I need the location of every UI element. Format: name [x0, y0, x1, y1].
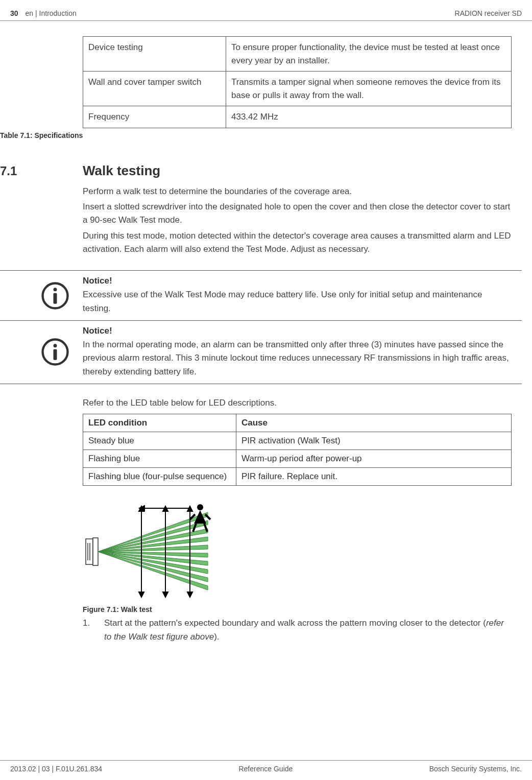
page-number: 30: [10, 9, 18, 17]
svg-rect-5: [54, 349, 57, 360]
section-number: 7.1: [0, 164, 83, 178]
notice-title: Notice!: [83, 276, 512, 286]
walk-test-figure: [83, 503, 226, 600]
info-icon: [41, 338, 69, 366]
table-row: Flashing blue Warm-up period after power…: [83, 450, 512, 468]
notice-text: Notice! Excessive use of the Walk Test M…: [83, 276, 512, 315]
svg-rect-7: [93, 538, 98, 565]
figure-caption: Figure 7.1: Walk test: [83, 605, 512, 613]
section-header-row: 7.1 Walk testing: [0, 163, 522, 179]
notice-body: In the normal operating mode, an alarm c…: [83, 338, 512, 379]
led-table: LED condition Cause Steady blue PIR acti…: [83, 414, 512, 486]
svg-marker-21: [139, 592, 144, 597]
led-cause: PIR activation (Walk Test): [236, 432, 512, 450]
numbered-step: 1. Start at the pattern's expected bound…: [83, 617, 512, 644]
footer-left: 2013.02 | 03 | F.01U.261.834: [10, 765, 102, 773]
table-caption: Table 7.1: Specifications: [0, 131, 522, 139]
header-left: 30 en | Introduction: [10, 9, 77, 17]
spec-label: Frequency: [83, 106, 226, 128]
footer-right: Bosch Security Systems, Inc.: [429, 765, 522, 773]
table-row: Frequency 433.42 MHz: [83, 106, 512, 128]
led-cause: Warm-up period after power-up: [236, 450, 512, 468]
breadcrumb: en | Introduction: [26, 9, 77, 17]
body-paragraph: Insert a slotted screwdriver into the de…: [83, 200, 512, 227]
spec-label: Wall and cover tamper switch: [83, 72, 226, 106]
table-row: Steady blue PIR activation (Walk Test): [83, 432, 512, 450]
step-text-part: ).: [214, 632, 219, 642]
notice-body: Excessive use of the Walk Test Mode may …: [83, 288, 512, 315]
figure-wrap: Figure 7.1: Walk test 1. Start at the pa…: [83, 503, 512, 644]
page-footer: 2013.02 | 03 | F.01U.261.834 Reference G…: [0, 760, 532, 773]
spec-value: To ensure proper functionality, the devi…: [226, 37, 512, 72]
page-header: 30 en | Introduction RADION receiver SD: [0, 0, 532, 21]
svg-rect-2: [54, 293, 57, 303]
body-paragraph: Perform a walk test to determine the bou…: [83, 185, 512, 198]
led-condition: Steady blue: [83, 432, 236, 450]
svg-point-1: [54, 288, 57, 291]
specifications-table: Device testing To ensure proper function…: [83, 36, 512, 128]
led-cause: PIR failure. Replace unit.: [236, 468, 512, 486]
svg-marker-24: [163, 592, 168, 597]
svg-point-4: [54, 344, 57, 348]
footer-center: Reference Guide: [238, 765, 293, 773]
page-content: Device testing To ensure proper function…: [0, 36, 532, 644]
notice-block: Notice! In the normal operating mode, an…: [0, 321, 522, 384]
table-row: Device testing To ensure proper function…: [83, 37, 512, 72]
led-header-condition: LED condition: [83, 414, 236, 432]
svg-point-31: [197, 504, 203, 510]
led-intro-text: Refer to the LED table below for LED des…: [83, 396, 512, 410]
spec-value: 433.42 MHz: [226, 106, 512, 128]
table-header-row: LED condition Cause: [83, 414, 512, 432]
body-paragraph: During this test mode, motion detected w…: [83, 229, 512, 256]
notice-title: Notice!: [83, 326, 512, 336]
led-condition: Flashing blue (four-pulse sequence): [83, 468, 236, 486]
table-row: Flashing blue (four-pulse sequence) PIR …: [83, 468, 512, 486]
step-text-part: Start at the pattern's expected boundary…: [104, 618, 486, 628]
notice-text: Notice! In the normal operating mode, an…: [83, 326, 512, 379]
led-condition: Flashing blue: [83, 450, 236, 468]
led-header-cause: Cause: [236, 414, 512, 432]
section-title: Walk testing: [83, 163, 160, 179]
svg-rect-6: [86, 539, 93, 564]
notice-block: Notice! Excessive use of the Walk Test M…: [0, 270, 522, 321]
info-icon: [41, 281, 69, 310]
spec-value: Transmits a tamper signal when someone r…: [226, 72, 512, 106]
step-text: Start at the pattern's expected boundary…: [104, 617, 512, 644]
spec-label: Device testing: [83, 37, 226, 72]
svg-marker-27: [187, 592, 192, 597]
table-row: Wall and cover tamper switch Transmits a…: [83, 72, 512, 106]
step-number: 1.: [83, 617, 95, 644]
product-name: RADION receiver SD: [455, 9, 522, 17]
